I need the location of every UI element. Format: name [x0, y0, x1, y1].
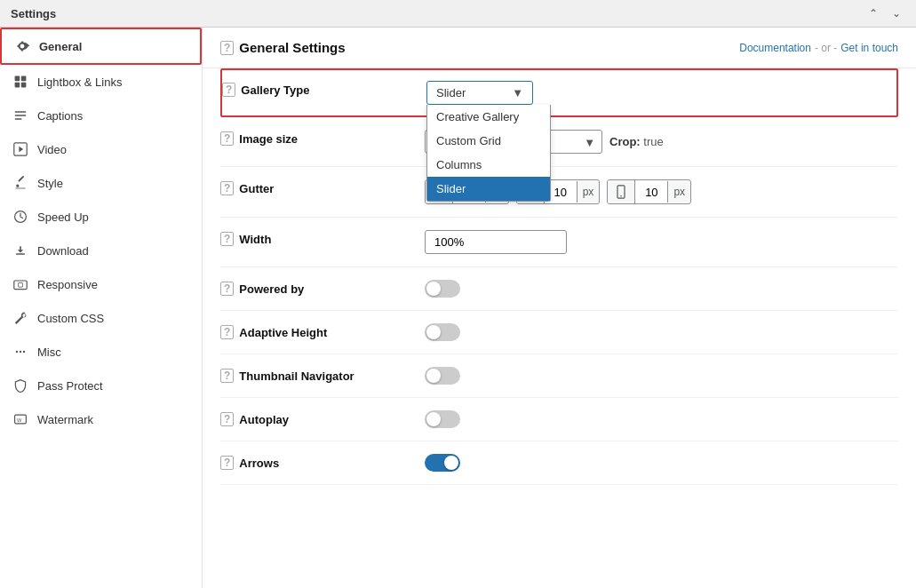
option-creative-gallery[interactable]: Creative Gallery	[427, 105, 550, 129]
svg-rect-10	[14, 281, 27, 290]
sidebar-item-misc[interactable]: Misc	[0, 335, 202, 369]
sidebar-item-download[interactable]: Download	[0, 234, 202, 267]
adaptive-height-help-icon[interactable]: ?	[220, 325, 234, 339]
adaptive-height-label: ? Adaptive Height	[220, 323, 425, 339]
get-in-touch-link[interactable]: Get in touch	[840, 42, 898, 54]
thumbnail-navigator-label: ? Thumbnail Navigator	[220, 367, 425, 383]
autoplay-label-text: Autoplay	[239, 413, 289, 426]
title-bar-controls: ⌃ ⌄	[864, 5, 905, 21]
adaptive-height-row: ? Adaptive Height	[220, 311, 898, 354]
width-row: ? Width	[220, 218, 898, 267]
sidebar-item-lightbox[interactable]: Lightbox & Links	[0, 65, 202, 99]
arrows-help-icon[interactable]: ?	[220, 456, 234, 470]
adaptive-height-toggle[interactable]	[425, 323, 460, 341]
sidebar-item-watermark[interactable]: W Watermark	[0, 402, 202, 436]
gallery-type-dropdown-wrapper: Slider ▼ Creative Gallery Custom Grid Co…	[426, 81, 533, 105]
play-icon	[12, 141, 28, 157]
svg-rect-6	[15, 118, 22, 120]
powered-by-label: ? Powered by	[220, 280, 425, 296]
crop-info: Crop: true	[609, 135, 664, 148]
sidebar-item-responsive[interactable]: Responsive	[0, 267, 202, 301]
arrows-label: ? Arrows	[220, 454, 425, 470]
lines-icon	[12, 107, 28, 123]
autoplay-help-icon[interactable]: ?	[220, 412, 234, 426]
mobile-icon	[608, 180, 635, 203]
documentation-link[interactable]: Documentation	[739, 42, 811, 54]
sidebar-item-captions-label: Captions	[37, 109, 83, 123]
image-size-help-icon[interactable]: ?	[220, 131, 234, 146]
crop-label: Crop:	[609, 135, 641, 148]
width-help-icon[interactable]: ?	[220, 232, 234, 246]
sidebar-item-misc-label: Misc	[37, 346, 61, 359]
arrows-toggle[interactable]	[425, 454, 460, 472]
svg-rect-3	[21, 83, 27, 88]
autoplay-toggle[interactable]	[425, 410, 460, 428]
autoplay-row: ? Autoplay	[220, 398, 898, 441]
misc-icon	[12, 344, 28, 360]
gutter-help-icon[interactable]: ?	[220, 181, 234, 195]
width-input[interactable]	[425, 230, 567, 254]
image-size-row: ? Image size ▼ Crop: true	[220, 117, 898, 167]
powered-by-row: ? Powered by	[220, 267, 898, 311]
powered-by-toggle[interactable]	[425, 280, 460, 298]
gallery-type-dropdown-trigger[interactable]: Slider ▼	[426, 81, 533, 105]
autoplay-label: ? Autoplay	[220, 410, 425, 426]
brush-icon	[12, 175, 28, 191]
gear-icon	[14, 38, 30, 54]
gutter-row: ? Gutter	[220, 167, 898, 218]
gallery-type-label-text: Gallery Type	[241, 83, 309, 97]
content-header-title: ? General Settings	[220, 40, 346, 55]
watermark-icon: W	[12, 411, 28, 427]
title-bar: Settings ⌃ ⌄	[0, 0, 916, 28]
svg-point-14	[23, 351, 25, 353]
sidebar-item-video[interactable]: Video	[0, 132, 202, 166]
grid-icon	[12, 74, 28, 90]
dropdown-chevron-icon: ▼	[512, 86, 523, 99]
arrows-label-text: Arrows	[239, 457, 279, 470]
svg-point-23	[621, 195, 623, 197]
title-bar-title: Settings	[11, 7, 56, 20]
option-custom-grid[interactable]: Custom Grid	[427, 129, 550, 153]
header-links: Documentation - or - Get in touch	[739, 42, 898, 54]
svg-point-13	[20, 351, 21, 353]
svg-rect-1	[21, 76, 27, 82]
sidebar-item-passprotect[interactable]: Pass Protect	[0, 369, 202, 402]
sidebar-item-general-label: General	[39, 40, 82, 53]
sidebar-item-customcss[interactable]: Custom CSS	[0, 301, 202, 335]
svg-point-12	[16, 351, 18, 353]
option-slider[interactable]: Slider	[427, 177, 550, 201]
sidebar-item-lightbox-label: Lightbox & Links	[37, 75, 122, 89]
sidebar-item-customcss-label: Custom CSS	[37, 312, 104, 325]
content-area: ? General Settings Documentation - or - …	[203, 28, 916, 588]
sidebar-item-style-label: Style	[37, 177, 63, 190]
thumbnail-navigator-toggle[interactable]	[425, 367, 460, 385]
responsive-icon	[12, 276, 28, 292]
gutter-mobile-input[interactable]	[635, 181, 667, 203]
download-icon	[12, 242, 28, 258]
sidebar-item-watermark-label: Watermark	[37, 413, 93, 426]
wrench-icon	[12, 310, 28, 326]
sidebar-item-general[interactable]: General	[0, 28, 202, 65]
svg-rect-11	[19, 282, 23, 287]
width-label-text: Width	[239, 233, 271, 246]
gallery-type-help-icon[interactable]: ?	[222, 83, 235, 97]
header-help-icon[interactable]: ?	[220, 41, 234, 55]
minimize-button[interactable]: ⌃	[864, 5, 882, 21]
powered-by-help-icon[interactable]: ?	[220, 282, 234, 296]
sidebar-item-captions[interactable]: Captions	[0, 99, 202, 132]
arrows-row: ? Arrows	[220, 441, 898, 485]
app-window: Settings ⌃ ⌄ General	[0, 0, 916, 588]
maximize-button[interactable]: ⌄	[888, 5, 905, 21]
shield-icon	[12, 377, 28, 393]
gallery-type-label: ? Gallery Type	[222, 81, 426, 97]
sidebar-item-style[interactable]: Style	[0, 166, 202, 200]
svg-rect-5	[15, 115, 27, 116]
sidebar-item-speedup[interactable]: Speed Up	[0, 200, 202, 234]
svg-rect-4	[15, 111, 27, 113]
sidebar: General Lightbox & Links Captions	[0, 28, 203, 588]
thumbnail-navigator-help-icon[interactable]: ?	[220, 369, 234, 383]
thumbnail-navigator-label-text: Thumbnail Navigator	[239, 369, 354, 383]
gutter-mobile-group: px	[607, 179, 691, 204]
option-columns[interactable]: Columns	[427, 153, 550, 177]
gutter-tablet-unit: px	[577, 181, 600, 203]
